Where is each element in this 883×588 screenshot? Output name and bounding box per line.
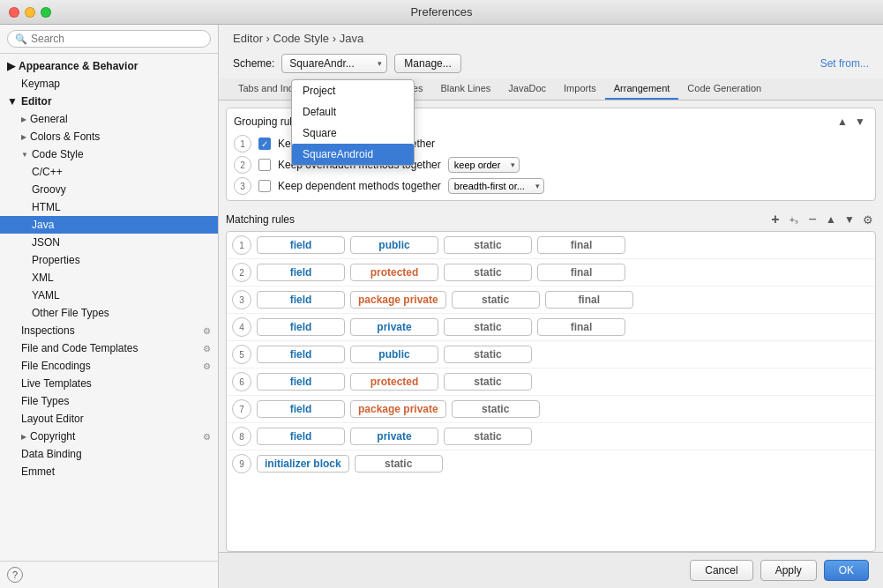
rule-tag-access[interactable]: public: [350, 236, 438, 254]
grouping-row: 3 Keep dependent methods together breadt…: [234, 177, 868, 195]
sidebar-item-inspections[interactable]: Inspections ⚙: [0, 322, 218, 339]
rule-tag-type[interactable]: field: [257, 236, 345, 254]
grouping-select-wrap-2: keep order: [448, 157, 520, 173]
rule-tag-modifier2[interactable]: final: [537, 318, 625, 336]
tab-javadoc[interactable]: JavaDoc: [499, 78, 555, 100]
tab-imports[interactable]: Imports: [555, 78, 605, 100]
rule-tag-modifier1[interactable]: static: [444, 346, 532, 363]
tab-arrangement[interactable]: Arrangement: [605, 78, 679, 100]
rule-tag-type[interactable]: field: [257, 318, 345, 336]
window-controls: [9, 7, 51, 18]
rule-tag-type[interactable]: field: [257, 373, 345, 391]
minimize-button[interactable]: [25, 7, 35, 18]
sidebar-item-layouteditor[interactable]: Layout Editor: [0, 410, 218, 428]
sidebar-item-copyright[interactable]: ▶ Copyright ⚙: [0, 428, 218, 445]
sidebar-item-label: General: [30, 113, 68, 125]
rule-tag-access[interactable]: package private: [350, 291, 446, 309]
move-up-icon[interactable]: ▲: [834, 114, 850, 130]
search-input[interactable]: [31, 33, 203, 45]
sidebar-item-editor[interactable]: ▼ Editor: [0, 93, 218, 110]
manage-button[interactable]: Manage...: [394, 54, 460, 73]
sidebar-item-filetypes[interactable]: File Types: [0, 392, 218, 410]
grouping-checkbox-3[interactable]: [258, 180, 271, 192]
rule-tag-modifier2[interactable]: final: [537, 236, 625, 254]
rule-tag-modifier1[interactable]: static: [452, 291, 540, 309]
sidebar-item-codestyle[interactable]: ▼ Code Style: [0, 145, 218, 163]
move-rule-down-button[interactable]: ▼: [842, 212, 857, 227]
ok-button[interactable]: OK: [824, 560, 869, 581]
sidebar-item-groovy[interactable]: Groovy: [0, 181, 218, 198]
sidebar-item-yaml[interactable]: YAML: [0, 287, 218, 304]
sidebar-item-keymap[interactable]: Keymap: [0, 75, 218, 93]
tab-codegeneration[interactable]: Code Generation: [678, 78, 770, 100]
move-down-icon[interactable]: ▼: [852, 114, 868, 130]
add-rule-alt-button[interactable]: +ₛ: [786, 212, 802, 227]
sidebar-item-label: Editor: [21, 95, 52, 108]
maximize-button[interactable]: [41, 7, 51, 18]
grouping-checkbox-2[interactable]: [258, 159, 271, 171]
tab-blank[interactable]: Blank Lines: [431, 78, 499, 100]
sidebar-item-appearance[interactable]: ▶ Appearance & Behavior: [0, 57, 218, 75]
sidebar-item-java[interactable]: Java: [0, 216, 218, 234]
content-header: Editor › Code Style › Java: [219, 25, 883, 48]
rule-tag-modifier2[interactable]: final: [545, 291, 633, 309]
rule-tag-type[interactable]: field: [257, 346, 345, 363]
sidebar-item-json[interactable]: JSON: [0, 234, 218, 251]
sidebar-item-properties[interactable]: Properties: [0, 251, 218, 269]
rule-tag-type[interactable]: initializer block: [257, 455, 349, 473]
rule-tag-modifier1[interactable]: static: [355, 455, 443, 473]
grouping-select-3[interactable]: breadth-first or...: [448, 178, 544, 194]
add-rule-button[interactable]: +: [767, 212, 783, 227]
search-wrap[interactable]: 🔍: [7, 30, 211, 48]
row-number: 1: [234, 135, 251, 153]
grouping-select-2[interactable]: keep order: [448, 157, 520, 173]
rule-tag-access[interactable]: protected: [350, 264, 438, 281]
apply-button[interactable]: Apply: [760, 560, 817, 581]
rule-tag-modifier1[interactable]: static: [444, 373, 532, 391]
scheme-select[interactable]: SquareAndr... Project Default Square: [281, 54, 387, 73]
move-rule-up-button[interactable]: ▲: [823, 212, 839, 227]
sidebar-item-emmet[interactable]: Emmet: [0, 463, 218, 480]
settings-rule-button[interactable]: ⚙: [860, 212, 876, 227]
rule-tag-modifier1[interactable]: static: [444, 264, 532, 281]
rule-tag-access[interactable]: private: [350, 318, 438, 336]
dropdown-item-default[interactable]: Default: [292, 101, 414, 123]
sidebar-item-other[interactable]: Other File Types: [0, 304, 218, 322]
sidebar-item-fileencodings[interactable]: File Encodings ⚙: [0, 357, 218, 375]
cancel-button[interactable]: Cancel: [690, 560, 752, 581]
dropdown-item-square[interactable]: Square: [292, 123, 414, 144]
sidebar-item-databinding[interactable]: Data Binding: [0, 445, 218, 463]
rule-tag-type[interactable]: field: [257, 428, 345, 445]
rule-tag-access[interactable]: private: [350, 428, 438, 445]
sidebar-item-colors[interactable]: ▶ Colors & Fonts: [0, 128, 218, 145]
dropdown-item-squareandroid[interactable]: SquareAndroid: [292, 144, 414, 165]
rule-tag-type[interactable]: field: [257, 264, 345, 281]
grouping-checkbox-1[interactable]: [258, 138, 271, 150]
sidebar-item-html[interactable]: HTML: [0, 198, 218, 216]
sidebar-item-label: Live Templates: [21, 377, 92, 390]
rule-tag-modifier1[interactable]: static: [444, 318, 532, 336]
remove-rule-button[interactable]: −: [804, 212, 820, 227]
rule-tag-access[interactable]: package private: [350, 400, 446, 418]
rule-tag-modifier1[interactable]: static: [452, 400, 540, 418]
sidebar-item-label: JSON: [32, 236, 60, 249]
close-button[interactable]: [9, 7, 19, 18]
table-row: 8 field private static: [227, 423, 875, 450]
rule-tag-modifier1[interactable]: static: [444, 236, 532, 254]
rule-tag-access[interactable]: protected: [350, 373, 438, 391]
rule-tag-modifier2[interactable]: final: [537, 264, 625, 281]
rule-tag-access[interactable]: public: [350, 346, 438, 363]
help-button[interactable]: ?: [7, 567, 23, 583]
search-bar: 🔍: [0, 25, 218, 54]
sidebar-item-filetemplates[interactable]: File and Code Templates ⚙: [0, 339, 218, 357]
rule-tag-type[interactable]: field: [257, 400, 345, 418]
sidebar-item-livetemplates[interactable]: Live Templates: [0, 375, 218, 392]
rule-tag-type[interactable]: field: [257, 291, 345, 309]
set-from-button[interactable]: Set from...: [820, 57, 869, 70]
arrow-icon: ▶: [21, 115, 26, 123]
sidebar-item-general[interactable]: ▶ General: [0, 110, 218, 128]
sidebar-item-cpp[interactable]: C/C++: [0, 163, 218, 181]
dropdown-item-project[interactable]: Project: [292, 80, 414, 101]
rule-tag-modifier1[interactable]: static: [444, 428, 532, 445]
sidebar-item-xml[interactable]: XML: [0, 269, 218, 287]
